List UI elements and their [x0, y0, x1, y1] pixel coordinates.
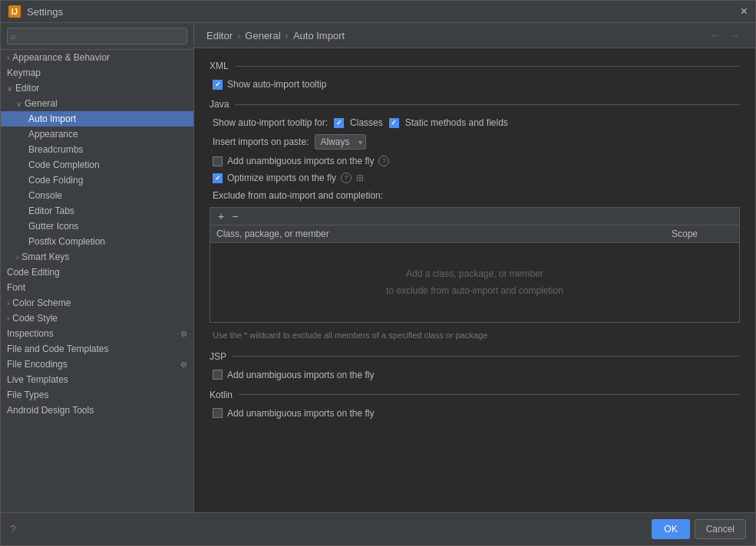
main-content: Editor › General › Auto Import ← → XML S… — [194, 23, 755, 512]
sidebar-item-postfix-completion[interactable]: Postfix Completion — [1, 234, 193, 249]
footer-buttons: OK Cancel — [652, 519, 746, 539]
breadcrumb: Editor › General › Auto Import — [206, 30, 345, 41]
dialog-title: Settings — [27, 6, 63, 18]
sidebar-item-android-design-tools[interactable]: Android Design Tools — [1, 403, 193, 418]
sidebar-item-font[interactable]: Font — [1, 280, 193, 295]
optimize-imports-help-icon[interactable]: ? — [341, 173, 352, 183]
add-unambiguous-help-icon[interactable]: ? — [378, 156, 389, 166]
java-classes-label: Classes — [350, 117, 383, 128]
sidebar-item-label: Keymap — [7, 67, 41, 78]
sidebar-item-label: File Encodings — [7, 359, 68, 370]
sidebar-item-editor[interactable]: ∨ Editor — [1, 81, 193, 96]
add-unambiguous-java-checkbox[interactable] — [213, 156, 223, 166]
breadcrumb-editor: Editor — [206, 30, 233, 41]
search-input[interactable] — [7, 28, 187, 44]
jsp-add-unambiguous-row: Add unambiguous imports on the fly — [210, 370, 740, 380]
sidebar-item-console[interactable]: Console — [1, 188, 193, 203]
sidebar-item-color-scheme[interactable]: › Color Scheme — [1, 295, 193, 311]
kotlin-add-unambiguous-checkbox[interactable] — [213, 408, 223, 418]
sidebar-item-label: Code Editing — [7, 267, 60, 278]
sidebar-item-label: Appearance & Behavior — [12, 52, 110, 63]
sidebar-item-general[interactable]: ∨ General — [1, 96, 193, 111]
arrow-icon: › — [7, 314, 9, 323]
table-toolbar: + − — [210, 208, 739, 225]
settings-dialog: IJ Settings × ⌕ › Appearance & Behavior … — [0, 0, 756, 546]
title-bar: IJ Settings × — [1, 1, 755, 23]
sidebar-item-label: File Types — [7, 390, 48, 400]
sidebar-item-code-folding[interactable]: Code Folding — [1, 173, 193, 188]
sidebar-item-code-style[interactable]: › Code Style — [1, 311, 193, 326]
sidebar-item-label: Console — [28, 190, 62, 201]
sidebar-item-label: Smart Keys — [21, 252, 69, 262]
ok-button[interactable]: OK — [652, 519, 689, 539]
optimize-imports-checkbox[interactable] — [213, 173, 223, 183]
content-area: XML Show auto-import tooltip Java Show a… — [194, 48, 755, 512]
app-icon: IJ — [8, 5, 21, 18]
sidebar-item-inspections[interactable]: Inspections ⚙ — [1, 326, 193, 341]
sidebar-item-live-templates[interactable]: Live Templates — [1, 372, 193, 387]
sidebar: ⌕ › Appearance & Behavior Keymap ∨ Edito… — [1, 23, 194, 512]
settings-icon: ⚙ — [180, 330, 187, 338]
add-unambiguous-java-row: Add unambiguous imports on the fly ? — [210, 156, 740, 166]
close-button[interactable]: × — [741, 5, 748, 18]
java-section-header: Java — [210, 99, 740, 110]
java-static-methods-checkbox[interactable] — [389, 118, 399, 128]
sidebar-item-file-types[interactable]: File Types — [1, 387, 193, 403]
insert-imports-label: Insert imports on paste: — [213, 136, 309, 147]
back-arrow[interactable]: ← — [706, 29, 723, 41]
arrow-icon: › — [16, 253, 18, 261]
sidebar-item-auto-import[interactable]: Auto Import — [1, 111, 193, 127]
dialog-footer: ? OK Cancel — [1, 512, 755, 545]
exclude-table: + − Class, package, or member Scope Add … — [210, 207, 740, 323]
sidebar-item-smart-keys[interactable]: › Smart Keys — [1, 249, 193, 265]
sidebar-item-file-code-templates[interactable]: File and Code Templates — [1, 341, 193, 357]
breadcrumb-bar: Editor › General › Auto Import ← → — [194, 23, 755, 48]
sidebar-item-file-encodings[interactable]: File Encodings ⚙ — [1, 357, 193, 372]
help-button[interactable]: ? — [10, 523, 16, 535]
insert-imports-row: Insert imports on paste: Always Ask Neve… — [210, 134, 740, 150]
sidebar-item-gutter-icons[interactable]: Gutter Icons — [1, 219, 193, 234]
sidebar-item-label: Postfix Completion — [28, 236, 105, 247]
java-show-tooltip-row: Show auto-import tooltip for: Classes St… — [210, 117, 740, 128]
jsp-add-unambiguous-checkbox[interactable] — [213, 370, 223, 380]
sidebar-item-editor-tabs[interactable]: Editor Tabs — [1, 203, 193, 219]
optimize-imports-label: Optimize imports on the fly — [227, 173, 336, 183]
insert-imports-dropdown-wrap: Always Ask Never — [315, 134, 366, 150]
table-empty-line2: to exclude from auto-import and completi… — [218, 283, 731, 300]
xml-show-tooltip-label: Show auto-import tooltip — [227, 79, 326, 90]
cancel-button[interactable]: Cancel — [695, 519, 746, 539]
sidebar-item-breadcrumbs[interactable]: Breadcrumbs — [1, 142, 193, 157]
sidebar-item-code-completion[interactable]: Code Completion — [1, 157, 193, 173]
sidebar-item-code-editing[interactable]: Code Editing — [1, 265, 193, 280]
optimize-imports-row: Optimize imports on the fly ? ⊞ — [210, 173, 740, 183]
add-unambiguous-java-label: Add unambiguous imports on the fly — [227, 156, 374, 166]
insert-imports-select[interactable]: Always Ask Never — [315, 134, 366, 150]
table-add-button[interactable]: + — [215, 211, 227, 222]
wildcard-hint: Use the * wildcard to exclude all member… — [210, 329, 740, 342]
arrow-icon: › — [7, 54, 9, 62]
settings-icon: ⚙ — [180, 360, 187, 369]
search-icon: ⌕ — [11, 31, 16, 41]
table-remove-button[interactable]: − — [229, 211, 241, 222]
arrow-icon: › — [7, 299, 9, 308]
kotlin-add-unambiguous-row: Add unambiguous imports on the fly — [210, 408, 740, 419]
sidebar-item-appearance[interactable]: Appearance — [1, 127, 193, 142]
breadcrumb-general: General — [245, 30, 280, 41]
sidebar-item-label: Code Style — [12, 313, 58, 324]
exclude-section-label: Exclude from auto-import and completion: — [213, 190, 383, 201]
kotlin-section-header: Kotlin — [210, 390, 740, 400]
sidebar-item-label: Live Templates — [7, 374, 68, 385]
sidebar-item-appearance-behavior[interactable]: › Appearance & Behavior — [1, 50, 193, 65]
sidebar-item-label: Editor Tabs — [28, 206, 74, 216]
sidebar-item-label: Font — [7, 282, 25, 293]
sidebar-item-label: File and Code Templates — [7, 344, 109, 354]
xml-show-tooltip-checkbox[interactable] — [213, 80, 223, 90]
sidebar-item-keymap[interactable]: Keymap — [1, 65, 193, 81]
copy-icon[interactable]: ⊞ — [356, 173, 364, 183]
table-col1-header: Class, package, or member — [216, 229, 672, 239]
java-classes-checkbox[interactable] — [334, 118, 344, 128]
table-empty-message: Add a class, package, or member to exclu… — [210, 243, 739, 322]
xml-section-header: XML — [210, 61, 740, 71]
forward-arrow[interactable]: → — [726, 29, 743, 41]
jsp-section-header: JSP — [210, 351, 740, 362]
